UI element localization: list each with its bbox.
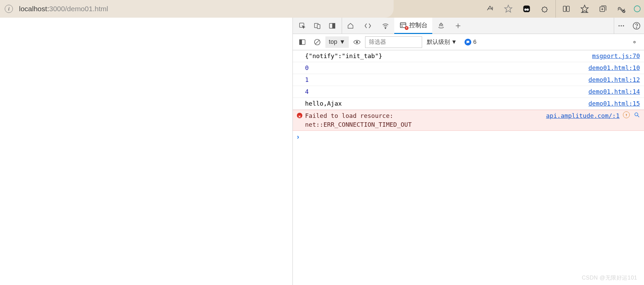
log-row[interactable]: 0 demo01.html:10 — [293, 62, 644, 74]
log-source-link[interactable]: api.amplitude.com/:1 — [546, 111, 620, 120]
log-level-label: 默认级别 — [427, 38, 450, 46]
separator — [555, 0, 556, 18]
settings-gear-icon[interactable] — [628, 34, 641, 50]
tab-elements[interactable] — [359, 18, 377, 34]
log-message: Failed to load resource: net::ERR_CONNEC… — [305, 111, 546, 129]
svg-line-39 — [638, 115, 639, 117]
browser-toolbar: i localhost:3000/demo01.html — [0, 0, 644, 18]
sidebar-toggle-icon[interactable] — [296, 34, 309, 50]
devtools-panel: × 控制台 top ▼ 默认级别 ▼ 6 — [292, 18, 644, 285]
site-info-icon[interactable]: i — [5, 5, 13, 13]
issues-counter[interactable]: 6 — [462, 39, 479, 46]
log-message: {"notify":"init_tab"} — [305, 52, 592, 60]
tab-console[interactable]: × 控制台 — [394, 18, 432, 34]
performance-icon[interactable] — [612, 0, 630, 18]
dropdown-caret-icon: ▼ — [451, 39, 457, 46]
more-icon[interactable] — [618, 22, 625, 30]
url-text: localhost:3000/demo01.html — [19, 5, 108, 13]
tab-sources[interactable] — [432, 18, 450, 34]
log-row-error[interactable]: Failed to load resource: net::ERR_CONNEC… — [293, 110, 644, 131]
context-label: top — [329, 38, 337, 46]
url-host: localhost: — [19, 5, 49, 13]
page-content — [0, 18, 292, 285]
log-source-link[interactable]: demo01.html:12 — [588, 75, 640, 84]
dock-side-icon[interactable] — [325, 18, 340, 34]
svg-point-12 — [634, 6, 640, 12]
console-toolbar: top ▼ 默认级别 ▼ 6 — [293, 34, 644, 50]
svg-rect-4 — [563, 6, 566, 12]
log-row[interactable]: 4 demo01.html:14 — [293, 86, 644, 98]
issues-bubble-icon — [465, 39, 471, 46]
svg-point-26 — [619, 25, 620, 26]
svg-rect-17 — [333, 23, 335, 28]
inspect-icon[interactable] — [295, 18, 310, 34]
svg-point-2 — [525, 8, 527, 11]
split-screen-icon[interactable] — [557, 0, 575, 18]
svg-point-21 — [440, 23, 442, 25]
devtools-tab-bar: × 控制台 — [293, 18, 644, 34]
svg-point-27 — [621, 25, 622, 26]
log-row[interactable]: {"notify":"init_tab"} msgport.js:70 — [293, 50, 644, 62]
svg-marker-6 — [581, 5, 588, 12]
browser-actions — [481, 0, 644, 18]
watermark: CSDN @无限好运101 — [582, 274, 637, 282]
log-source-link[interactable]: demo01.html:14 — [588, 87, 640, 96]
favorites-icon[interactable] — [575, 0, 594, 18]
log-row[interactable]: 1 demo01.html:12 — [293, 74, 644, 86]
log-message: 4 — [305, 87, 588, 96]
svg-rect-1 — [523, 5, 530, 12]
log-message: hello,Ajax — [305, 99, 588, 108]
tab-add[interactable] — [450, 18, 466, 34]
log-message: 0 — [305, 64, 588, 72]
svg-point-28 — [623, 25, 624, 26]
request-reload-icon[interactable] — [623, 111, 630, 118]
svg-marker-0 — [505, 5, 512, 12]
log-source-link[interactable]: demo01.html:15 — [588, 99, 640, 108]
address-bar[interactable]: i localhost:3000/demo01.html — [0, 0, 394, 18]
console-body: {"notify":"init_tab"} msgport.js:70 0 de… — [293, 50, 644, 285]
extension-icon-1[interactable] — [517, 0, 536, 18]
live-expression-icon[interactable] — [350, 34, 364, 50]
tab-welcome[interactable] — [342, 18, 359, 34]
filter-input[interactable] — [365, 36, 422, 48]
log-source-link[interactable]: msgport.js:70 — [592, 52, 640, 60]
issues-count: 6 — [473, 39, 476, 46]
svg-rect-5 — [567, 6, 569, 12]
context-dropdown[interactable]: top ▼ — [325, 36, 349, 48]
log-level-dropdown[interactable]: 默认级别 ▼ — [423, 38, 460, 46]
log-row[interactable]: hello,Ajax demo01.html:15 — [293, 98, 644, 110]
search-icon[interactable] — [634, 112, 640, 118]
log-source-link[interactable]: demo01.html:10 — [588, 64, 640, 72]
extensions-puzzle-icon[interactable] — [536, 0, 554, 18]
edge-copilot-icon[interactable] — [630, 0, 644, 18]
svg-point-36 — [356, 41, 358, 43]
chevron-right-icon: › — [297, 133, 299, 140]
device-toggle-icon[interactable] — [310, 18, 325, 34]
help-icon[interactable] — [632, 22, 641, 30]
svg-point-3 — [527, 8, 529, 11]
tab-console-label: 控制台 — [409, 21, 428, 29]
svg-point-37 — [634, 41, 636, 43]
tab-network[interactable] — [377, 18, 394, 34]
svg-point-30 — [636, 28, 637, 28]
read-aloud-icon[interactable] — [481, 0, 499, 18]
dropdown-caret-icon: ▼ — [339, 38, 345, 46]
console-prompt[interactable]: › — [293, 131, 644, 143]
collections-icon[interactable] — [594, 0, 612, 18]
log-message: 1 — [305, 75, 588, 84]
url-path: 3000/demo01.html — [49, 5, 108, 13]
favorite-star-icon[interactable] — [499, 0, 517, 18]
svg-point-38 — [635, 113, 638, 116]
svg-rect-32 — [300, 39, 302, 44]
svg-line-34 — [316, 40, 319, 44]
svg-point-18 — [385, 28, 386, 29]
svg-rect-15 — [317, 24, 320, 29]
clear-console-icon[interactable] — [310, 34, 324, 50]
